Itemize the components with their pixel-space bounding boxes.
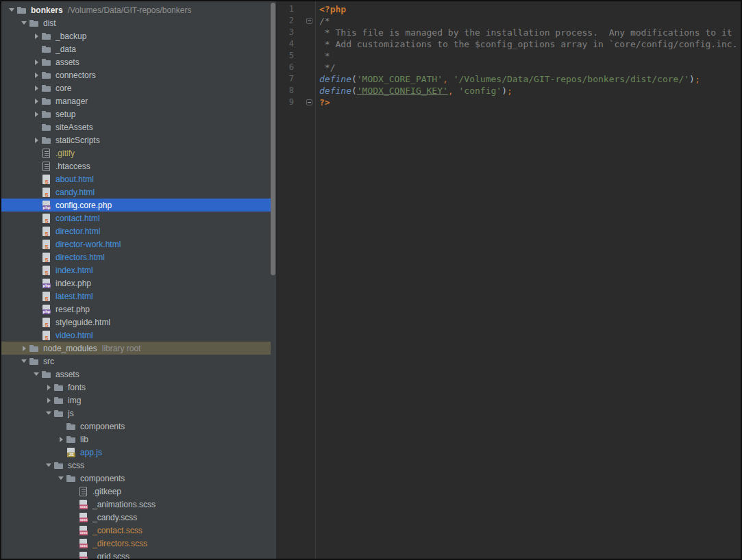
code-text[interactable]: define('MODX_CORE_PATH', '/Volumes/Data/… (319, 73, 700, 85)
tree-item-_candy.scss[interactable]: _candy.scss (1, 511, 271, 524)
chevron-down-icon[interactable] (7, 5, 16, 15)
tree-item-contact.html[interactable]: contact.html (1, 212, 271, 225)
tree-item-label: latest.html (55, 292, 93, 301)
code-text[interactable]: * This file is managed by the installati… (319, 27, 732, 38)
tree-item-_directors.scss[interactable]: _directors.scss (1, 537, 271, 550)
tree-item-candy.html[interactable]: candy.html (1, 186, 271, 199)
tree-item-assets[interactable]: assets (1, 368, 271, 381)
chevron-right-icon[interactable] (19, 344, 29, 353)
chevron-down-icon[interactable] (19, 357, 29, 366)
tree-item-scss[interactable]: scss (1, 459, 271, 472)
tree-item-manager[interactable]: manager (1, 94, 271, 107)
chevron-right-icon[interactable] (32, 97, 41, 106)
chevron-right-icon[interactable] (44, 396, 53, 405)
tree-item-latest.html[interactable]: latest.html (1, 290, 271, 303)
chevron-down-icon[interactable] (19, 18, 29, 28)
arrow-spacer (32, 253, 41, 262)
tree-item-label: dist (43, 18, 56, 28)
chevron-down-icon[interactable] (56, 474, 66, 483)
tree-item-components[interactable]: components (1, 472, 271, 485)
tree-item-assets[interactable]: assets (1, 55, 271, 68)
tree-item-dist[interactable]: dist (1, 16, 271, 29)
code-line[interactable]: 1<?php (277, 3, 741, 15)
chevron-right-icon[interactable] (32, 58, 41, 67)
chevron-right-icon[interactable] (32, 31, 41, 41)
chevron-right-icon[interactable] (44, 383, 53, 392)
tree-item-_contact.scss[interactable]: _contact.scss (1, 524, 271, 537)
code-area[interactable]: 1<?php2/*3 * This file is managed by the… (277, 3, 741, 108)
tree-item-_grid.scss[interactable]: _grid.scss (1, 550, 271, 559)
code-token: ) (689, 74, 695, 84)
fold-marker-icon[interactable] (306, 18, 312, 24)
tree-item-label: .gitkeep (92, 487, 121, 496)
tree-item-siteAssets[interactable]: siteAssets (1, 120, 271, 133)
code-token: '/Volumes/Data/GIT-repos/bonkers/dist/co… (454, 74, 689, 84)
code-token: 'MODX_CONFIG_KEY' (357, 86, 448, 96)
chevron-right-icon[interactable] (32, 71, 41, 80)
code-text[interactable]: */ (319, 62, 335, 73)
tree-item-setup[interactable]: setup (1, 107, 271, 120)
tree-item-components[interactable]: components (1, 420, 271, 433)
tree-item-styleguide.html[interactable]: styleguide.html (1, 316, 271, 329)
tree-item-.htaccess[interactable]: .htaccess (1, 160, 271, 173)
folder-icon (41, 135, 52, 146)
chevron-down-icon[interactable] (44, 461, 53, 470)
code-token: , (443, 74, 448, 84)
editor-pane[interactable]: 1<?php2/*3 * This file is managed by the… (277, 1, 741, 559)
code-text[interactable]: * Add customizations to the $config_opti… (319, 38, 737, 50)
tree-item-lib[interactable]: lib (1, 433, 271, 446)
tree-item-label: staticScripts (55, 136, 100, 145)
code-line[interactable]: 4 * Add customizations to the $config_op… (277, 38, 741, 50)
tree-item-app.js[interactable]: app.js (1, 446, 271, 459)
scss-icon (78, 512, 89, 523)
chevron-down-icon[interactable] (44, 409, 53, 418)
tree-item-node_modules[interactable]: node_moduleslibrary root (1, 342, 271, 355)
chevron-right-icon[interactable] (56, 435, 66, 444)
tree-item-staticScripts[interactable]: staticScripts (1, 133, 271, 147)
code-line[interactable]: 8define('MODX_CONFIG_KEY', 'config'); (277, 85, 741, 97)
tree-item-_backup[interactable]: _backup (1, 29, 271, 42)
tree-scrollbar-thumb[interactable] (271, 3, 275, 275)
tree-item-img[interactable]: img (1, 394, 271, 407)
tree-item-fonts[interactable]: fonts (1, 381, 271, 394)
tree-item-js[interactable]: js (1, 407, 271, 420)
text-icon (78, 486, 89, 497)
tree-item-.gitkeep[interactable]: .gitkeep (1, 485, 271, 498)
tree-item-reset.php[interactable]: reset.php (1, 303, 271, 316)
tree-item-.gitify[interactable]: .gitify (1, 147, 271, 160)
code-text[interactable]: define('MODX_CONFIG_KEY', 'config'); (319, 85, 512, 97)
code-line[interactable]: 2/* (277, 15, 741, 27)
tree-item-core[interactable]: core (1, 81, 271, 94)
chevron-down-icon[interactable] (32, 370, 41, 379)
tree-item-config.core.php[interactable]: config.core.php (1, 199, 271, 212)
tree-item-connectors[interactable]: connectors (1, 68, 271, 81)
tree-item-index.php[interactable]: index.php (1, 277, 271, 290)
tree-item-about.html[interactable]: about.html (1, 173, 271, 186)
code-token: ?> (319, 97, 330, 107)
tree-item-video.html[interactable]: video.html (1, 329, 271, 342)
chevron-right-icon[interactable] (32, 84, 41, 93)
tree-item-directors.html[interactable]: directors.html (1, 251, 271, 264)
tree-item-bonkers[interactable]: bonkers/Volumes/Data/GIT-repos/bonkers (1, 3, 271, 16)
arrow-spacer (69, 539, 78, 548)
tree-item-director-work.html[interactable]: director-work.html (1, 238, 271, 251)
code-line[interactable]: 5 * (277, 50, 741, 62)
code-text[interactable]: ?> (319, 97, 330, 108)
folder-icon (29, 343, 40, 354)
tree-item-director.html[interactable]: director.html (1, 225, 271, 238)
tree-item-src[interactable]: src (1, 355, 271, 368)
code-line[interactable]: 3 * This file is managed by the installa… (277, 27, 741, 38)
fold-marker-icon[interactable] (306, 99, 312, 105)
chevron-right-icon[interactable] (32, 110, 41, 119)
code-line[interactable]: 7define('MODX_CORE_PATH', '/Volumes/Data… (277, 73, 741, 85)
code-line[interactable]: 6 */ (277, 62, 741, 73)
tree-item-index.html[interactable]: index.html (1, 264, 271, 277)
code-text[interactable]: * (319, 50, 330, 62)
code-text[interactable]: <?php (319, 3, 346, 15)
chevron-right-icon[interactable] (32, 136, 41, 145)
gutter-fold-column (294, 85, 315, 97)
code-line[interactable]: 9?> (277, 97, 741, 108)
tree-item-_data[interactable]: _data (1, 42, 271, 55)
code-text[interactable]: /* (319, 15, 330, 27)
tree-item-_animations.scss[interactable]: _animations.scss (1, 498, 271, 511)
